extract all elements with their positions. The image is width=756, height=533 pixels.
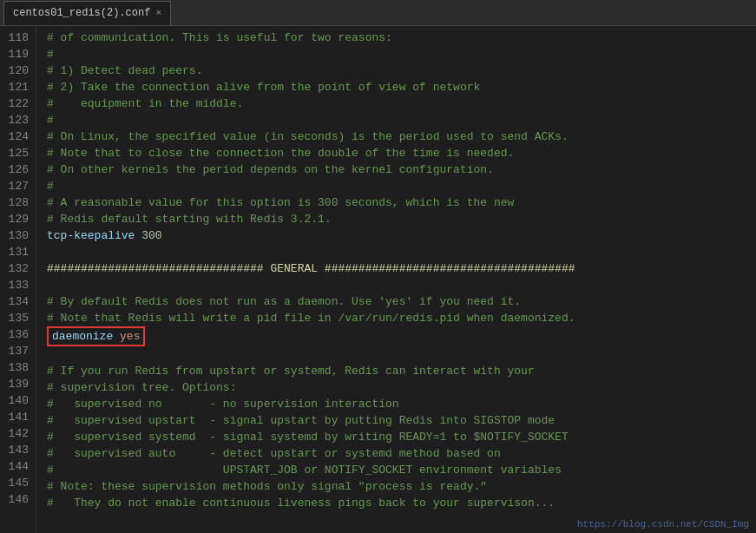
line-number: 133 <box>7 277 29 293</box>
line-number: 134 <box>7 293 29 310</box>
line-number: 129 <box>7 211 29 227</box>
code-line: # supervised auto - detect upstart or sy… <box>47 445 756 462</box>
line-number: 146 <box>7 491 29 508</box>
code-line: tcp-keepalive 300 <box>47 227 756 244</box>
line-number: 123 <box>7 112 29 128</box>
line-number: 145 <box>7 475 29 491</box>
code-line: # If you run Redis from upstart or syste… <box>47 363 756 379</box>
tab-label: centos01_redis(2).conf <box>13 7 150 19</box>
line-number: 120 <box>7 63 29 79</box>
code-line: # On Linux, the specified value (in seco… <box>47 128 756 145</box>
line-number: 137 <box>7 343 29 359</box>
line-number: 131 <box>7 244 29 260</box>
code-line: # <box>47 112 756 128</box>
code-line: daemonize yes <box>47 326 756 346</box>
line-number: 138 <box>7 359 29 376</box>
line-number: 142 <box>7 425 29 442</box>
code-line: ################################ GENERAL… <box>47 260 756 277</box>
line-number: 130 <box>7 227 29 244</box>
code-line: # On other kernels the period depends on… <box>47 161 756 178</box>
line-number: 135 <box>7 310 29 326</box>
code-line: # equipment in the middle. <box>47 95 756 112</box>
editor-area: 1181191201211221231241251261271281291301… <box>0 26 756 533</box>
line-number: 119 <box>7 46 29 63</box>
line-number: 122 <box>7 95 29 112</box>
code-line: # of communication. This is useful for t… <box>47 30 756 46</box>
line-number: 118 <box>7 30 29 46</box>
line-number: 128 <box>7 194 29 211</box>
line-number: 121 <box>7 79 29 95</box>
code-line: # Redis default starting with Redis 3.2.… <box>47 211 756 227</box>
line-number: 141 <box>7 409 29 425</box>
code-line: # <box>47 178 756 194</box>
line-numbers: 1181191201211221231241251261271281291301… <box>0 26 36 533</box>
code-line <box>47 277 756 293</box>
line-number: 136 <box>7 326 29 343</box>
code-line <box>47 244 756 260</box>
line-number: 127 <box>7 178 29 194</box>
line-number: 139 <box>7 376 29 392</box>
line-number: 125 <box>7 145 29 161</box>
watermark: https://blog.csdn.net/CSDN_Img <box>577 519 749 530</box>
tab-close-icon[interactable]: × <box>155 8 161 18</box>
code-line: # supervised upstart - signal upstart by… <box>47 412 756 429</box>
line-number: 144 <box>7 458 29 475</box>
code-line: # A reasonable value for this option is … <box>47 194 756 211</box>
code-line: # supervised systemd - signal systemd by… <box>47 429 756 445</box>
line-number: 132 <box>7 260 29 277</box>
active-tab[interactable]: centos01_redis(2).conf × <box>3 1 171 25</box>
line-number: 143 <box>7 442 29 458</box>
code-line: # Note that Redis will write a pid file … <box>47 310 756 326</box>
code-line: # 1) Detect dead peers. <box>47 63 756 79</box>
code-line: # supervised no - no supervision interac… <box>47 396 756 412</box>
line-number: 124 <box>7 128 29 145</box>
line-number: 126 <box>7 161 29 178</box>
code-line: # 2) Take the connection alive from the … <box>47 79 756 95</box>
code-line: # Note that to close the connection the … <box>47 145 756 161</box>
line-number: 140 <box>7 392 29 409</box>
code-content[interactable]: # of communication. This is useful for t… <box>36 26 756 533</box>
code-line: # supervision tree. Options: <box>47 379 756 396</box>
tab-bar: centos01_redis(2).conf × <box>0 0 756 26</box>
code-line: # <box>47 46 756 63</box>
code-line: # UPSTART_JOB or NOTIFY_SOCKET environme… <box>47 462 756 478</box>
code-line: # They do not enable continuous liveness… <box>47 495 756 511</box>
code-line: # By default Redis does not run as a dae… <box>47 293 756 310</box>
code-line: # Note: these supervision methods only s… <box>47 478 756 495</box>
code-line <box>47 346 756 363</box>
